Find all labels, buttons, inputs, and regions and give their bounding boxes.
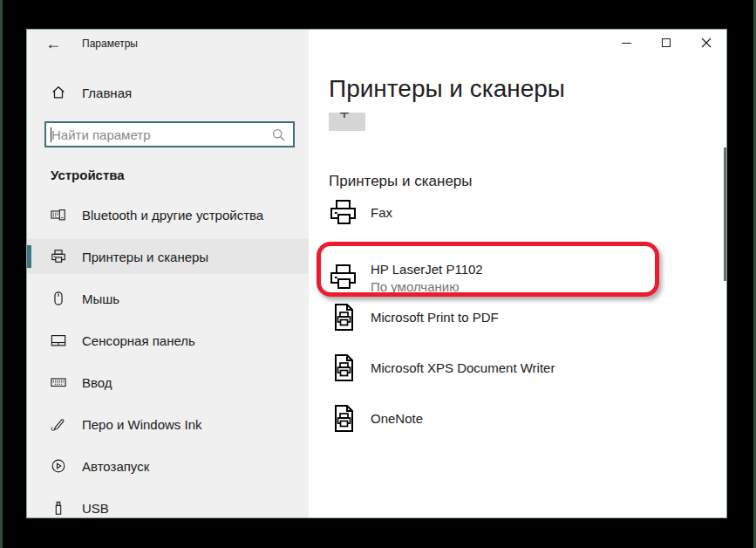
printer-row-xps-writer[interactable]: Microsoft XPS Document Writer bbox=[329, 349, 695, 387]
touchpad-icon bbox=[51, 332, 66, 348]
close-button[interactable] bbox=[686, 30, 726, 56]
app-title: Параметры bbox=[82, 38, 138, 50]
sidebar-item-label: Сенсорная панель bbox=[82, 333, 195, 348]
printer-row-hp-laserjet[interactable]: HP LaserJet P1102 По умолчанию bbox=[329, 250, 695, 305]
home-icon bbox=[51, 85, 66, 100]
sidebar-item-bluetooth[interactable]: Bluetooth и другие устройства bbox=[27, 197, 309, 232]
printer-row-onenote[interactable]: OneNote bbox=[329, 400, 695, 438]
minimize-button[interactable] bbox=[606, 30, 646, 56]
print-to-file-icon bbox=[329, 404, 358, 434]
title-bar: ← Параметры bbox=[27, 30, 309, 59]
page-title: Принтеры и сканеры bbox=[329, 75, 565, 103]
sidebar-section-title: Устройства bbox=[51, 168, 125, 182]
scrollbar-thumb[interactable] bbox=[724, 147, 726, 281]
print-to-file-icon bbox=[329, 353, 358, 383]
bluetooth-devices-icon bbox=[51, 207, 66, 223]
window-controls bbox=[606, 30, 726, 56]
plus-icon: + bbox=[339, 113, 350, 124]
search-input[interactable] bbox=[51, 123, 261, 146]
printers-section-title: Принтеры и сканеры bbox=[329, 173, 473, 190]
printer-row-fax[interactable]: Fax bbox=[329, 194, 695, 232]
sidebar-item-label: Принтеры и сканеры bbox=[82, 250, 208, 264]
keyboard-icon bbox=[51, 374, 66, 390]
sidebar-item-label: Перо и Windows Ink bbox=[82, 417, 202, 432]
printer-icon bbox=[51, 249, 66, 264]
maximize-button[interactable] bbox=[646, 30, 686, 56]
printer-icon bbox=[329, 263, 358, 292]
pen-icon bbox=[51, 416, 66, 432]
mouse-icon bbox=[51, 291, 66, 306]
maximize-icon bbox=[662, 38, 671, 47]
back-arrow-icon: ← bbox=[45, 35, 61, 53]
printer-icon bbox=[329, 198, 358, 228]
usb-icon bbox=[51, 500, 66, 516]
search-icon bbox=[272, 128, 286, 142]
sidebar-item-pen[interactable]: Перо и Windows Ink bbox=[27, 407, 309, 442]
printer-name: HP LaserJet P1102 bbox=[371, 262, 483, 277]
add-printer-button[interactable]: + bbox=[329, 113, 365, 131]
printer-name: Microsoft XPS Document Writer bbox=[371, 360, 555, 375]
printer-name: Fax bbox=[371, 205, 392, 220]
sidebar-item-label: Ввод bbox=[82, 375, 112, 390]
sidebar-item-label: Автозапуск bbox=[82, 459, 149, 474]
screen-edge-strip bbox=[0, 0, 3, 548]
printer-name: Microsoft Print to PDF bbox=[371, 310, 499, 325]
sidebar: ← Параметры Главная Устройства Bluetooth… bbox=[27, 30, 309, 518]
autoplay-icon bbox=[51, 458, 66, 474]
print-to-file-icon bbox=[329, 303, 358, 332]
back-button[interactable]: ← bbox=[39, 31, 67, 56]
close-icon bbox=[701, 38, 712, 48]
printer-name: OneNote bbox=[371, 411, 423, 426]
main-content: Принтеры и сканеры + Принтеры и сканеры … bbox=[309, 30, 727, 518]
sidebar-item-home[interactable]: Главная bbox=[27, 75, 309, 110]
sidebar-item-label: Bluetooth и другие устройства bbox=[82, 208, 263, 223]
search-box[interactable] bbox=[44, 121, 295, 147]
sidebar-item-mouse[interactable]: Мышь bbox=[27, 281, 309, 316]
sidebar-item-label: Мышь bbox=[82, 291, 119, 306]
sidebar-item-usb[interactable]: USB bbox=[27, 490, 309, 518]
printer-status: По умолчанию bbox=[371, 279, 483, 294]
sidebar-item-autoplay[interactable]: Автозапуск bbox=[27, 449, 309, 483]
minimize-icon bbox=[622, 43, 631, 44]
sidebar-item-typing[interactable]: Ввод bbox=[27, 365, 309, 400]
sidebar-item-printers[interactable]: Принтеры и сканеры bbox=[27, 239, 309, 274]
sidebar-item-touchpad[interactable]: Сенсорная панель bbox=[27, 323, 309, 358]
settings-window: ← Параметры Главная Устройства Bluetooth… bbox=[26, 29, 727, 518]
printer-row-print-to-pdf[interactable]: Microsoft Print to PDF bbox=[329, 298, 695, 337]
sidebar-item-label: USB bbox=[82, 501, 109, 516]
sidebar-item-label: Главная bbox=[82, 86, 132, 100]
